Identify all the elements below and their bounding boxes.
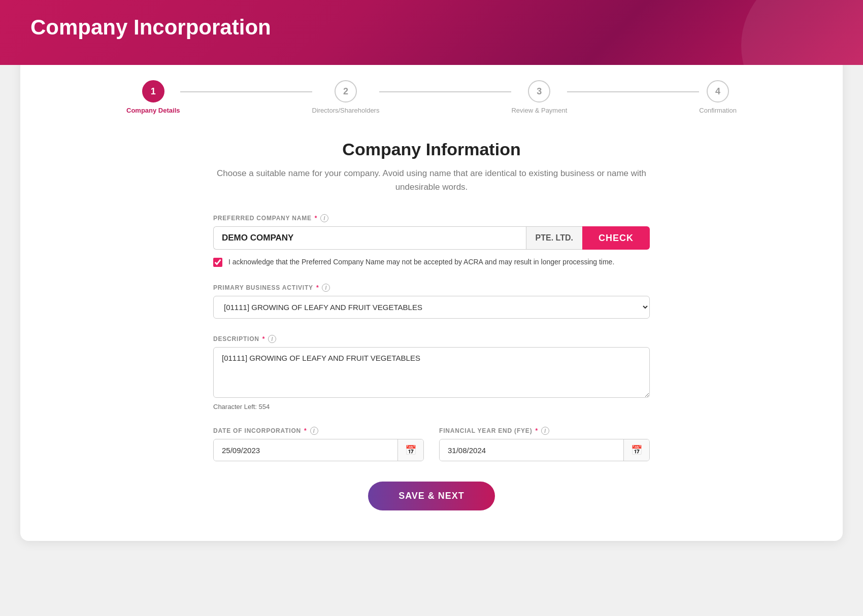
calendar-icon[interactable]: 📅 — [397, 439, 423, 461]
step-1: 1 Company Details — [126, 80, 180, 114]
description-textarea[interactable]: [01111] GROWING OF LEAFY AND FRUIT VEGET… — [213, 347, 650, 398]
step-connector-2-3 — [379, 91, 511, 92]
step-label-1: Company Details — [126, 107, 180, 114]
step-circle-2: 2 — [335, 80, 357, 102]
fye-date-group: FINANCIAL YEAR END (FYE) * i 📅 — [439, 427, 650, 461]
page-title: Company Incorporation — [30, 15, 833, 40]
fye-info-icon[interactable]: i — [541, 427, 549, 435]
step-connector-1-2 — [180, 91, 312, 92]
char-count: Character Left: 554 — [213, 403, 650, 410]
step-label-4: Confirmation — [699, 107, 737, 114]
main-card: 1 Company Details 2 Directors/Shareholde… — [20, 55, 843, 541]
company-name-input[interactable] — [213, 226, 526, 250]
form-title: Company Information — [213, 140, 650, 159]
company-name-info-icon[interactable]: i — [320, 214, 328, 222]
required-star-fye: * — [535, 427, 538, 434]
required-star-date: * — [304, 427, 307, 434]
step-3: 3 Review & Payment — [511, 80, 567, 114]
fye-label: FINANCIAL YEAR END (FYE) * i — [439, 427, 650, 435]
company-name-row: PTE. LTD. CHECK — [213, 226, 650, 250]
description-label: DESCRIPTION * i — [213, 335, 650, 343]
form-section: Company Information Choose a suitable na… — [213, 140, 650, 510]
step-connector-3-4 — [567, 91, 699, 92]
form-subtitle: Choose a suitable name for your company.… — [213, 166, 650, 194]
step-2: 2 Directors/Shareholders — [312, 80, 380, 114]
date-input-wrapper: 📅 — [213, 439, 424, 461]
step-circle-4: 4 — [707, 80, 729, 102]
dates-row: DATE OF INCORPORATION * i 📅 FINANCIAL YE… — [213, 427, 650, 461]
date-info-icon[interactable]: i — [310, 427, 318, 435]
page-header: Company Incorporation — [0, 0, 863, 65]
step-circle-3: 3 — [528, 80, 550, 102]
step-label-3: Review & Payment — [511, 107, 567, 114]
required-star-desc: * — [262, 335, 265, 343]
fye-input[interactable] — [440, 440, 623, 461]
fye-input-wrapper: 📅 — [439, 439, 650, 461]
company-name-field-group: PREFERRED COMPANY NAME * i PTE. LTD. CHE… — [213, 214, 650, 267]
acknowledge-checkbox[interactable] — [213, 258, 222, 267]
required-star: * — [315, 215, 317, 222]
save-next-button[interactable]: SAVE & NEXT — [368, 482, 495, 510]
required-star-activity: * — [316, 284, 319, 291]
check-button[interactable]: CHECK — [582, 226, 650, 250]
date-label: DATE OF INCORPORATION * i — [213, 427, 424, 435]
stepper: 1 Company Details 2 Directors/Shareholde… — [61, 80, 802, 114]
activity-info-icon[interactable]: i — [322, 284, 330, 292]
step-label-2: Directors/Shareholders — [312, 107, 380, 114]
acknowledge-checkbox-label: I acknowledge that the Preferred Company… — [228, 257, 614, 267]
pte-suffix: PTE. LTD. — [526, 226, 582, 250]
incorporation-date-group: DATE OF INCORPORATION * i 📅 — [213, 427, 424, 461]
description-field-group: DESCRIPTION * i [01111] GROWING OF LEAFY… — [213, 335, 650, 410]
description-info-icon[interactable]: i — [268, 335, 276, 343]
fye-calendar-icon[interactable]: 📅 — [623, 439, 649, 461]
company-name-label: PREFERRED COMPANY NAME * i — [213, 214, 650, 222]
primary-activity-label: PRIMARY BUSINESS ACTIVITY * i — [213, 284, 650, 292]
primary-activity-select[interactable]: [01111] GROWING OF LEAFY AND FRUIT VEGET… — [213, 296, 650, 319]
step-4: 4 Confirmation — [699, 80, 737, 114]
acknowledge-checkbox-row: I acknowledge that the Preferred Company… — [213, 257, 650, 267]
primary-activity-field-group: PRIMARY BUSINESS ACTIVITY * i [01111] GR… — [213, 284, 650, 319]
date-input[interactable] — [214, 440, 397, 461]
step-circle-1: 1 — [142, 80, 164, 102]
